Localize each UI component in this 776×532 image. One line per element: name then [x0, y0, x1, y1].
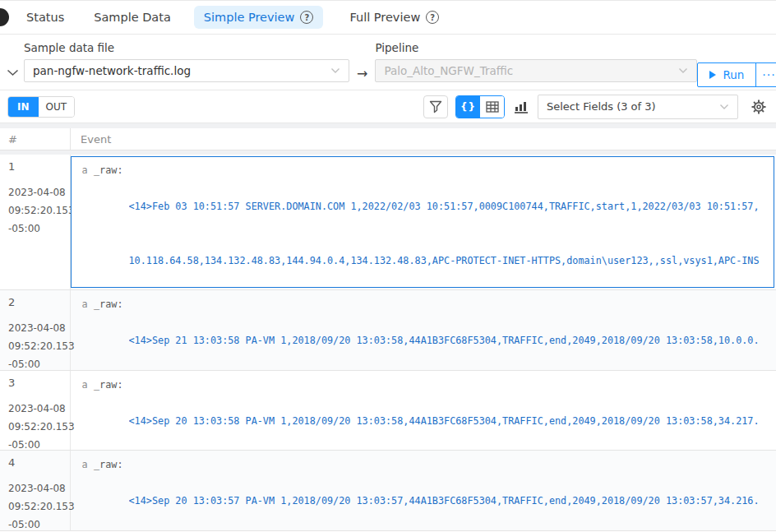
table-view-button[interactable]	[480, 96, 504, 118]
run-more-options-button[interactable]: ···	[755, 63, 776, 86]
event-number-cell: 2 2023-04-08 09:52:20.153 -05:00	[0, 290, 71, 370]
event-cell[interactable]: a _raw: <14>Sep 20 13:03:58 PA-VM 1,2018…	[71, 371, 776, 450]
string-type-icon: a	[80, 376, 90, 450]
in-toggle[interactable]: IN	[8, 97, 39, 117]
play-icon	[709, 71, 716, 79]
app-logo[interactable]	[0, 8, 9, 26]
preview-controls: Sample data file pan-ngfw-network-traffi…	[0, 35, 776, 90]
field-name-raw: _raw:	[94, 295, 123, 370]
event-row: 4 2023-04-08 09:52:20.153 -05:00 a _raw:…	[0, 451, 776, 531]
event-date: 2023-04-08	[8, 183, 65, 201]
raw-line: <14>Sep 21 13:03:58 PA-VM 1,2018/09/20 1…	[129, 331, 760, 349]
tab-full-preview[interactable]: Full Preview ?	[346, 6, 442, 29]
toolbar-right: {} Select Fields (3 of 3)	[423, 95, 769, 119]
table-icon	[486, 101, 499, 113]
tab-simple-preview-label: Simple Preview	[204, 11, 295, 24]
pipeline-group: Pipeline Palo_Alto_NGFW_Traffic	[375, 41, 697, 82]
raw-field: a _raw: <14>Sep 21 13:03:58 PA-VM 1,2018…	[80, 295, 775, 370]
run-button-group: Run ···	[697, 62, 776, 87]
gear-icon	[751, 99, 767, 115]
event-row: 3 2023-04-08 09:52:20.153 -05:00 a _raw:…	[0, 371, 776, 451]
tab-status-label: Status	[26, 11, 64, 24]
field-name-raw: _raw:	[94, 376, 123, 450]
event-date: 2023-04-08	[8, 400, 65, 418]
event-cell[interactable]: a _raw: <14>Sep 21 13:03:58 PA-VM 1,2018…	[71, 290, 776, 370]
view-mode-toggle: {}	[455, 95, 505, 118]
sample-file-value: pan-ngfw-network-traffic.log	[33, 64, 330, 77]
tab-simple-preview[interactable]: Simple Preview ?	[194, 6, 324, 29]
raw-value: <14>Feb 03 10:51:57 SERVER.DOMAIN.COM 1,…	[129, 161, 760, 288]
tab-sample-data[interactable]: Sample Data	[90, 6, 174, 29]
run-button-label: Run	[723, 68, 744, 81]
grid-header: # Event	[0, 128, 776, 150]
settings-button[interactable]	[749, 97, 769, 117]
raw-value: <14>Sep 20 13:03:58 PA-VM 1,2018/09/20 1…	[129, 376, 760, 450]
filter-button[interactable]	[423, 95, 448, 118]
column-header-event: Event	[71, 128, 776, 150]
raw-line: <14>Sep 20 13:03:57 PA-VM 1,2018/09/20 1…	[129, 492, 760, 510]
select-fields-value: Select Fields (3 of 3)	[547, 100, 719, 113]
raw-field: a _raw: <14>Sep 20 13:03:58 PA-VM 1,2018…	[80, 376, 775, 450]
event-number-cell: 3 2023-04-08 09:52:20.153 -05:00	[0, 371, 71, 450]
event-date: 2023-04-08	[8, 319, 65, 337]
event-date: 2023-04-08	[8, 479, 65, 497]
event-number-cell: 4 2023-04-08 09:52:20.153 -05:00	[0, 451, 71, 530]
pipeline-value: Palo_Alto_NGFW_Traffic	[384, 64, 678, 77]
event-number-cell: 1 2023-04-08 09:52:20.153 -05:00	[0, 155, 71, 289]
sample-file-select[interactable]: pan-ngfw-network-traffic.log	[24, 59, 349, 82]
event-time: 09:52:20.153	[8, 418, 65, 436]
column-header-number: #	[0, 128, 71, 150]
preview-pane: Status Sample Data Simple Preview ? Full…	[0, 0, 776, 532]
event-number: 4	[8, 456, 65, 469]
event-time: 09:52:20.153	[8, 497, 65, 516]
pipeline-select[interactable]: Palo_Alto_NGFW_Traffic	[375, 59, 697, 82]
raw-line: <14>Sep 20 13:03:58 PA-VM 1,2018/09/20 1…	[129, 412, 760, 430]
run-button[interactable]: Run	[698, 63, 755, 86]
pipeline-label: Pipeline	[375, 41, 697, 54]
raw-value: <14>Sep 20 13:03:57 PA-VM 1,2018/09/20 1…	[129, 456, 760, 530]
field-name-raw: _raw:	[94, 456, 123, 530]
chevron-down-icon	[678, 67, 688, 74]
in-out-toggle: IN OUT	[7, 96, 75, 118]
bar-chart-icon	[514, 100, 529, 113]
event-timezone: -05:00	[8, 516, 65, 532]
event-row: 1 2023-04-08 09:52:20.153 -05:00 a _raw:…	[0, 155, 776, 290]
help-icon[interactable]: ?	[426, 11, 439, 24]
raw-line: 10.118.64.58,134.132.48.83,144.94.0.4,13…	[129, 252, 760, 270]
tab-bar: Status Sample Data Simple Preview ? Full…	[0, 1, 776, 35]
tab-full-preview-label: Full Preview	[349, 11, 420, 24]
chevron-down-icon	[330, 67, 340, 74]
tab-status[interactable]: Status	[23, 6, 67, 29]
event-row: 2 2023-04-08 09:52:20.153 -05:00 a _raw:…	[0, 290, 776, 371]
collapse-chevron-icon[interactable]	[7, 64, 19, 80]
event-number: 3	[8, 377, 65, 389]
raw-field: a _raw: <14>Sep 20 13:03:57 PA-VM 1,2018…	[80, 456, 775, 530]
help-icon[interactable]: ?	[300, 11, 313, 24]
raw-field: a _raw: <14>Feb 03 10:51:57 SERVER.DOMAI…	[80, 161, 774, 288]
out-toggle[interactable]: OUT	[39, 97, 75, 117]
select-fields-dropdown[interactable]: Select Fields (3 of 3)	[538, 95, 738, 119]
event-number: 1	[8, 160, 65, 173]
sample-file-label: Sample data file	[24, 41, 349, 54]
chart-view-button[interactable]	[512, 99, 530, 115]
field-name-raw: _raw:	[94, 161, 123, 288]
preview-toolbar: IN OUT {} Select Fields (3 of 3)	[0, 90, 776, 123]
tab-sample-data-label: Sample Data	[94, 11, 171, 24]
event-time: 09:52:20.153	[8, 201, 65, 220]
json-view-button[interactable]: {}	[456, 96, 480, 118]
event-time: 09:52:20.153	[8, 337, 65, 355]
event-cell-selected[interactable]: a _raw: <14>Feb 03 10:51:57 SERVER.DOMAI…	[71, 156, 774, 288]
braces-icon: {}	[460, 101, 476, 113]
flow-arrow-icon: →	[357, 66, 367, 81]
sample-file-group: Sample data file pan-ngfw-network-traffi…	[24, 41, 349, 82]
event-cell[interactable]: a _raw: <14>Sep 20 13:03:57 PA-VM 1,2018…	[71, 451, 776, 530]
funnel-icon	[429, 100, 442, 113]
string-type-icon: a	[80, 161, 90, 288]
event-number: 2	[8, 296, 65, 308]
string-type-icon: a	[80, 295, 90, 370]
event-timezone: -05:00	[8, 220, 65, 238]
string-type-icon: a	[80, 456, 90, 530]
raw-line: <14>Feb 03 10:51:57 SERVER.DOMAIN.COM 1,…	[129, 197, 760, 215]
chevron-down-icon	[719, 104, 729, 110]
raw-value: <14>Sep 21 13:03:58 PA-VM 1,2018/09/20 1…	[129, 295, 760, 370]
